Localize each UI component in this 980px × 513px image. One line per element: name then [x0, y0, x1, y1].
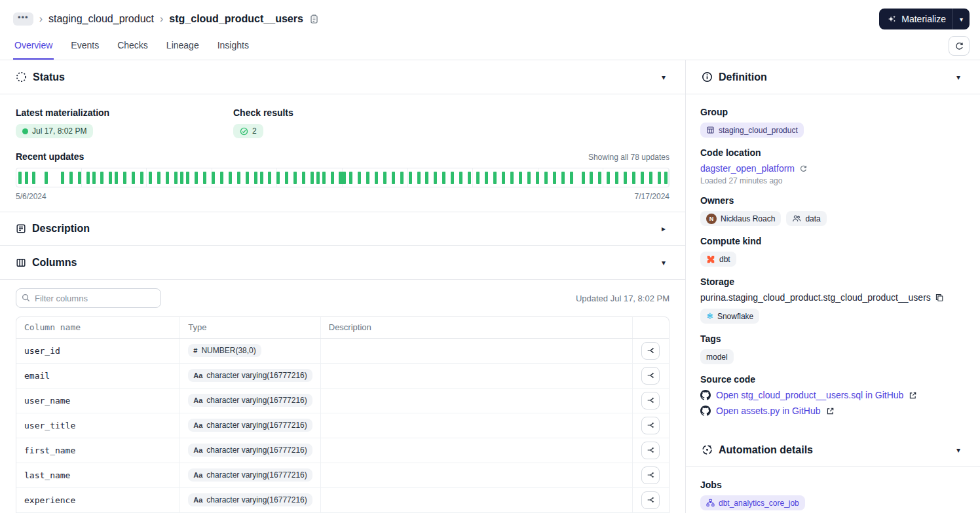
update-tick[interactable]: [45, 172, 48, 184]
update-tick[interactable]: [658, 172, 661, 184]
columns-collapse-caret[interactable]: ▾: [658, 257, 669, 269]
update-tick[interactable]: [664, 172, 668, 184]
tab-lineage[interactable]: Lineage: [165, 35, 200, 60]
update-tick[interactable]: [392, 172, 395, 184]
update-tick[interactable]: [285, 172, 288, 184]
update-tick[interactable]: [383, 172, 386, 184]
latest-materialization-badge[interactable]: Jul 17, 8:02 PM: [16, 124, 93, 138]
update-tick[interactable]: [260, 172, 263, 184]
code-location-link[interactable]: dagster_open_platform: [700, 163, 795, 174]
update-tick[interactable]: [203, 172, 206, 184]
materialize-button[interactable]: Materialize ▾: [879, 9, 970, 29]
update-tick[interactable]: [123, 172, 126, 184]
update-tick[interactable]: [92, 172, 96, 184]
copy-storage-icon[interactable]: [935, 293, 944, 302]
status-collapse-caret[interactable]: ▾: [658, 71, 669, 83]
update-tick[interactable]: [561, 172, 565, 184]
tab-checks[interactable]: Checks: [116, 35, 149, 60]
materialize-dropdown-caret[interactable]: ▾: [953, 16, 970, 23]
update-tick[interactable]: [366, 172, 369, 184]
column-lineage-button[interactable]: [641, 392, 660, 409]
update-tick[interactable]: [493, 172, 497, 184]
update-tick[interactable]: [174, 172, 178, 184]
update-tick[interactable]: [322, 172, 326, 184]
update-tick[interactable]: [451, 172, 454, 184]
update-tick[interactable]: [632, 172, 635, 184]
update-tick[interactable]: [510, 172, 514, 184]
storage-platform-badge[interactable]: ❄ Snowflake: [700, 309, 759, 324]
update-tick[interactable]: [78, 172, 81, 184]
update-tick[interactable]: [157, 172, 160, 184]
update-tick[interactable]: [316, 172, 320, 184]
column-lineage-button[interactable]: [641, 491, 660, 509]
update-tick[interactable]: [18, 172, 22, 184]
update-tick[interactable]: [61, 172, 64, 184]
owner-user-badge[interactable]: N Nicklaus Roach: [700, 211, 781, 226]
column-lineage-button[interactable]: [641, 442, 660, 459]
update-tick[interactable]: [590, 172, 593, 184]
source-link-assets[interactable]: Open assets.py in GitHub: [716, 406, 821, 416]
recent-updates-timeline[interactable]: [16, 168, 669, 187]
automation-collapse-caret[interactable]: ▾: [952, 444, 964, 456]
update-tick[interactable]: [519, 172, 522, 184]
update-tick[interactable]: [476, 172, 480, 184]
definition-collapse-caret[interactable]: ▾: [952, 71, 964, 83]
update-tick[interactable]: [246, 172, 249, 184]
copy-asset-name-icon[interactable]: [309, 14, 319, 24]
update-tick[interactable]: [570, 172, 573, 184]
update-tick[interactable]: [331, 172, 334, 184]
update-tick[interactable]: [641, 172, 644, 184]
update-tick[interactable]: [485, 172, 488, 184]
breadcrumb-ellipsis-button[interactable]: •••: [13, 12, 33, 26]
update-tick[interactable]: [220, 172, 223, 184]
update-tick[interactable]: [434, 172, 437, 184]
update-tick[interactable]: [166, 172, 169, 184]
update-tick[interactable]: [100, 172, 104, 184]
group-badge[interactable]: staging_cloud_product: [700, 123, 804, 138]
reload-code-location-icon[interactable]: [799, 164, 808, 173]
update-tick[interactable]: [502, 172, 505, 184]
column-lineage-button[interactable]: [641, 466, 660, 484]
update-tick[interactable]: [417, 172, 421, 184]
update-tick[interactable]: [293, 172, 297, 184]
update-tick[interactable]: [358, 172, 361, 184]
update-tick[interactable]: [459, 172, 462, 184]
owner-team-badge[interactable]: data: [786, 211, 826, 226]
update-tick[interactable]: [598, 172, 601, 184]
update-tick[interactable]: [339, 172, 346, 184]
tab-overview[interactable]: Overview: [13, 35, 54, 60]
update-tick[interactable]: [553, 172, 556, 184]
update-tick[interactable]: [254, 172, 257, 184]
update-tick[interactable]: [132, 172, 135, 184]
update-tick[interactable]: [268, 172, 271, 184]
update-tick[interactable]: [149, 172, 152, 184]
column-lineage-button[interactable]: [641, 342, 660, 360]
column-lineage-button[interactable]: [641, 367, 660, 385]
filter-columns-input[interactable]: [16, 288, 161, 308]
job-badge[interactable]: dbt_analytics_core_job: [700, 495, 805, 510]
tab-events[interactable]: Events: [69, 35, 100, 60]
update-tick[interactable]: [615, 172, 618, 184]
update-tick[interactable]: [468, 172, 471, 184]
update-tick[interactable]: [195, 172, 198, 184]
update-tick[interactable]: [425, 172, 428, 184]
update-tick[interactable]: [527, 172, 531, 184]
description-expand-caret[interactable]: ▸: [658, 223, 669, 235]
update-tick[interactable]: [649, 172, 652, 184]
update-tick[interactable]: [409, 172, 412, 184]
column-lineage-button[interactable]: [641, 417, 660, 434]
update-tick[interactable]: [311, 172, 314, 184]
update-tick[interactable]: [140, 172, 143, 184]
update-tick[interactable]: [86, 172, 90, 184]
update-tick[interactable]: [109, 172, 112, 184]
update-tick[interactable]: [115, 172, 118, 184]
update-tick[interactable]: [229, 172, 232, 184]
tag-badge[interactable]: model: [700, 349, 734, 364]
compute-kind-badge[interactable]: dbt: [700, 252, 736, 267]
tab-insights[interactable]: Insights: [216, 35, 250, 60]
update-tick[interactable]: [25, 172, 28, 184]
update-tick[interactable]: [237, 172, 240, 184]
refresh-button[interactable]: [949, 36, 970, 56]
update-tick[interactable]: [607, 172, 610, 184]
source-link-sql[interactable]: Open stg_cloud_product__users.sql in Git…: [716, 390, 903, 400]
